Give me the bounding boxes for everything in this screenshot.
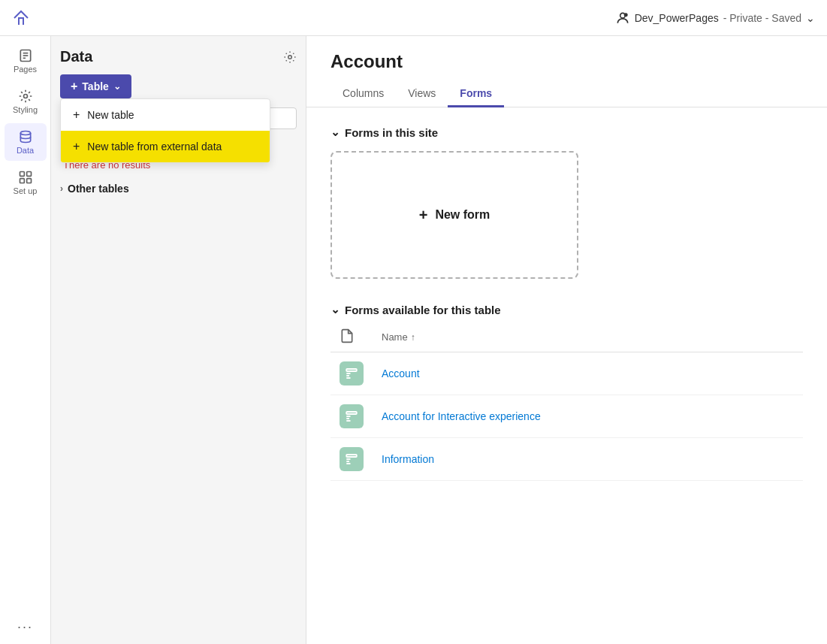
main-layout: Pages Styling Data	[0, 36, 827, 644]
form-name-information: Information	[382, 453, 434, 465]
form-icon-information	[340, 447, 364, 471]
form-name-account: Account	[382, 367, 420, 379]
new-form-label: New form	[435, 208, 490, 222]
svg-rect-10	[26, 179, 31, 183]
forms-available-section[interactable]: ⌄ Forms available for this table	[330, 303, 803, 316]
topbar-right: Dev_PowerPages - Private - Saved ⌄	[615, 11, 815, 26]
form-icon-cell	[330, 438, 373, 481]
main-content: Account Columns Views Forms ⌄ Forms in t…	[306, 36, 827, 644]
svg-point-6	[23, 95, 27, 98]
nav-label-data: Data	[17, 146, 34, 155]
forms-in-site-collapse-icon: ⌄	[330, 125, 340, 139]
sidebar-item-data[interactable]: Data	[5, 123, 47, 161]
topbar-chevron[interactable]: ⌄	[806, 12, 815, 24]
forms-table: Name ↑	[330, 322, 803, 481]
table-button-label: Table	[82, 80, 109, 92]
sort-icon: ↑	[411, 332, 415, 343]
table-dropdown-menu: + New table + New table from external da…	[60, 98, 270, 163]
sidebar-item-pages[interactable]: Pages	[5, 42, 47, 80]
sidebar: Data + Table ⌄ + New table + New	[51, 36, 306, 644]
tab-columns[interactable]: Columns	[330, 81, 396, 107]
home-icon[interactable]	[12, 9, 30, 27]
site-name: Dev_PowerPages	[635, 12, 719, 24]
tab-views[interactable]: Views	[396, 81, 448, 107]
nav-label-styling: Styling	[13, 105, 38, 114]
tabs-container: Columns Views Forms	[330, 81, 803, 107]
sidebar-item-setup[interactable]: Set up	[5, 164, 47, 201]
form-name-cell[interactable]: Information	[373, 438, 803, 481]
table-row: Information	[330, 438, 803, 481]
svg-point-12	[288, 55, 292, 59]
forms-in-site-label: Forms in this site	[345, 126, 438, 139]
table-header-name[interactable]: Name ↑	[373, 322, 803, 352]
form-icon-interactive	[340, 404, 364, 428]
chevron-down-icon: ⌄	[113, 81, 121, 92]
plus-icon-external: +	[73, 140, 80, 153]
sidebar-header: Data	[60, 48, 297, 65]
sort-header: Name ↑	[382, 331, 794, 343]
svg-rect-15	[346, 369, 357, 371]
topbar-left	[12, 9, 30, 27]
new-table-external-label: New table from external data	[87, 141, 222, 153]
forms-available-label: Forms available for this table	[345, 304, 501, 316]
content-header: Account Columns Views Forms	[306, 36, 827, 107]
user-icon	[615, 11, 630, 26]
topbar: Dev_PowerPages - Private - Saved ⌄	[0, 0, 827, 36]
site-status: - Private - Saved	[723, 12, 801, 24]
table-header-icon-col	[330, 322, 373, 352]
svg-rect-19	[346, 412, 357, 414]
form-name-cell[interactable]: Account	[373, 352, 803, 395]
sidebar-title: Data	[60, 48, 92, 65]
more-options[interactable]: ···	[17, 619, 33, 635]
dropdown-new-table[interactable]: + New table	[61, 99, 270, 131]
left-nav: Pages Styling Data	[0, 36, 51, 644]
sidebar-item-styling[interactable]: Styling	[5, 83, 47, 120]
other-tables-header[interactable]: › Other tables	[60, 183, 297, 195]
plus-icon-new-form: +	[419, 207, 428, 224]
new-form-card[interactable]: + New form	[330, 151, 578, 279]
table-button[interactable]: + Table ⌄	[60, 74, 131, 98]
svg-point-1	[623, 13, 627, 17]
new-form-inner: + New form	[419, 207, 490, 224]
name-column-label: Name	[382, 331, 408, 343]
nav-label-setup: Set up	[14, 186, 38, 195]
content-body: ⌄ Forms in this site + New form ⌄ Forms …	[306, 107, 827, 644]
other-tables-label: Other tables	[68, 183, 129, 195]
form-icon-cell	[330, 395, 373, 438]
gear-icon[interactable]	[283, 50, 297, 64]
svg-rect-9	[26, 172, 31, 177]
table-row: Account for Interactive experience	[330, 395, 803, 438]
forms-available-collapse-icon: ⌄	[330, 303, 340, 316]
table-button-container: + Table ⌄ + New table + New table from e…	[60, 74, 297, 98]
svg-point-7	[20, 132, 30, 135]
new-table-label: New table	[87, 109, 134, 121]
svg-rect-8	[20, 172, 24, 177]
svg-rect-23	[346, 455, 357, 457]
file-icon	[340, 328, 355, 343]
other-tables-collapse-icon: ›	[60, 183, 63, 194]
table-row: Account	[330, 352, 803, 395]
form-icon-cell	[330, 352, 373, 395]
forms-in-site-section[interactable]: ⌄ Forms in this site	[330, 125, 803, 139]
svg-rect-11	[20, 179, 24, 183]
nav-label-pages: Pages	[14, 65, 37, 74]
form-name-cell[interactable]: Account for Interactive experience	[373, 395, 803, 438]
page-title: Account	[330, 51, 803, 72]
form-icon-account	[340, 361, 364, 385]
tab-forms[interactable]: Forms	[448, 81, 504, 107]
plus-icon-new-table: +	[73, 108, 80, 122]
dropdown-new-table-external[interactable]: + New table from external data	[61, 131, 270, 162]
form-name-interactive: Account for Interactive experience	[382, 410, 541, 422]
